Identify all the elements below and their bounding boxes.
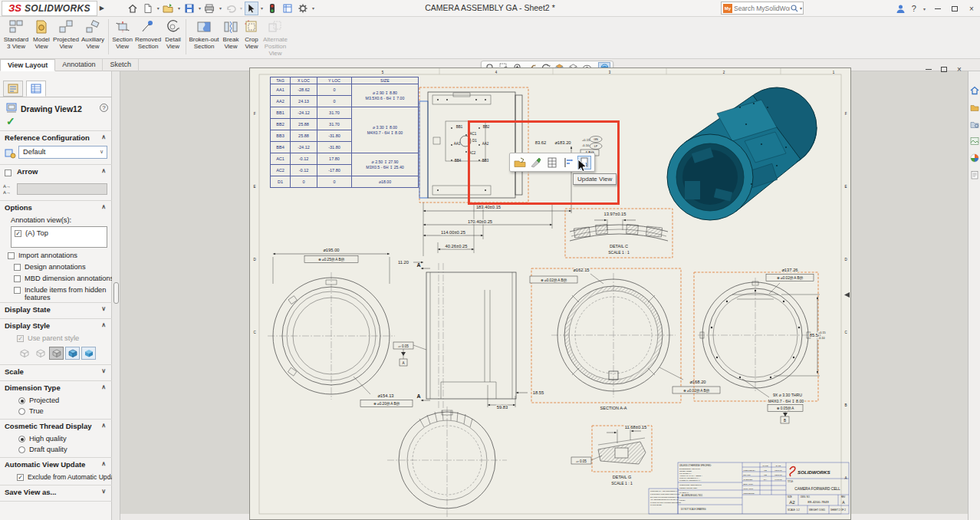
help-icon[interactable]: ? <box>912 4 916 13</box>
hidden-features-checkbox[interactable] <box>14 287 21 294</box>
view-item-checkbox[interactable]: ✓ <box>15 230 21 237</box>
open-sketch-icon[interactable] <box>513 156 527 169</box>
true-radio[interactable] <box>18 408 25 415</box>
tab-sketch[interactable]: Sketch <box>103 59 139 71</box>
doc-restore-button[interactable] <box>939 64 949 74</box>
exclude-auto-update-checkbox[interactable]: ✓ <box>17 474 24 481</box>
section-save-view-as[interactable]: Save View as... ∨ <box>0 488 112 500</box>
section-display-state[interactable]: Display State ∨ <box>0 305 112 318</box>
appearances-icon[interactable] <box>970 153 979 163</box>
section-cosmetic-thread[interactable]: Cosmetic Thread Display ∧ <box>0 422 112 434</box>
crop-view-button[interactable]: Crop View <box>242 17 261 50</box>
configuration-dropdown[interactable]: Default ∨ <box>18 146 107 159</box>
shaded-with-edges-button[interactable] <box>65 347 80 360</box>
chevron-down-icon[interactable]: ∨ <box>101 305 106 312</box>
broken-out-section-button[interactable]: Broken-out Section <box>188 17 220 50</box>
section-scale[interactable]: Scale ∨ <box>0 367 112 380</box>
section-arrow[interactable]: Arrow ∧ <box>0 167 112 179</box>
search-caret-icon[interactable]: ▾ <box>800 5 802 11</box>
search-input[interactable] <box>734 5 790 12</box>
auxiliary-view-button[interactable]: Auxiliary View <box>79 17 107 50</box>
chevron-up-icon[interactable]: ∧ <box>101 321 106 328</box>
restore-button[interactable] <box>949 4 960 13</box>
xpress-products-icon[interactable] <box>265 2 279 15</box>
projected-radio[interactable] <box>18 397 25 404</box>
chevron-up-icon[interactable]: ∧ <box>101 383 106 390</box>
ok-check-icon[interactable]: ✓ <box>6 115 15 127</box>
save-caret-icon[interactable]: ▾ <box>199 5 201 11</box>
shaded-button[interactable] <box>81 347 96 360</box>
section-reference-configuration[interactable]: Reference Configuration ∧ <box>0 133 112 146</box>
panel-splitter-grip[interactable] <box>113 282 119 304</box>
use-parent-style-checkbox[interactable]: ✓ <box>17 335 24 342</box>
open-caret-icon[interactable]: ▾ <box>178 5 180 11</box>
close-button[interactable]: × <box>966 4 977 13</box>
design-library-icon[interactable] <box>970 103 979 112</box>
options-caret-icon[interactable]: ▾ <box>312 5 314 11</box>
annotation-views-list[interactable]: ✓ (A) Top <box>11 226 107 248</box>
tab-annotation[interactable]: Annotation <box>55 59 103 71</box>
mbd-annotations-checkbox[interactable] <box>14 275 21 282</box>
chevron-up-icon[interactable]: ∧ <box>101 167 106 174</box>
save-button[interactable] <box>183 2 196 15</box>
arrow-checkbox[interactable] <box>5 169 12 176</box>
alignment-icon[interactable] <box>561 156 575 169</box>
sheet-properties-button[interactable] <box>281 2 294 15</box>
removed-section-button[interactable]: Removed Section <box>134 17 162 50</box>
custom-properties-icon[interactable] <box>970 170 979 179</box>
open-button[interactable] <box>162 2 176 15</box>
minimize-button[interactable] <box>932 4 943 13</box>
hidden-lines-visible-button[interactable] <box>33 347 48 360</box>
draft-quality-radio[interactable] <box>18 446 25 453</box>
print-caret-icon[interactable]: ▾ <box>219 5 222 11</box>
resources-home-icon[interactable] <box>970 86 979 95</box>
feature-manager-tab[interactable] <box>3 81 23 97</box>
hole-table[interactable]: TAG X LOC Y LOC SIZE AA1-28.620 ⌀ 2.90 ↧… <box>270 77 419 188</box>
chevron-up-icon[interactable]: ∧ <box>101 422 106 429</box>
appearance-brush-icon[interactable] <box>529 156 543 169</box>
tables-icon[interactable] <box>545 156 559 169</box>
logo-flyout-icon[interactable]: ▶ <box>100 5 104 12</box>
table-row[interactable]: D100 ⌀18.00 <box>271 176 419 188</box>
property-manager-tab[interactable] <box>26 81 46 97</box>
chevron-down-icon[interactable]: ∨ <box>101 367 106 374</box>
chevron-down-icon[interactable]: ∨ <box>101 488 106 495</box>
table-row[interactable]: BB1-24.1231.70 ⌀ 3.30 ↧ 8.00M4X0.7 - 6H … <box>271 107 419 119</box>
new-document-button[interactable] <box>141 2 155 15</box>
print-button[interactable] <box>203 2 217 15</box>
help-caret-icon[interactable]: ▾ <box>923 6 926 12</box>
tab-view-layout[interactable]: View Layout <box>0 59 55 71</box>
table-row[interactable]: AC1-0.1217.80 ⌀ 2.50 ↧ 27.90M3X0.5 - 6H … <box>271 153 419 165</box>
doc-close-button[interactable]: × <box>954 64 965 74</box>
chevron-up-icon[interactable]: ∧ <box>101 203 106 210</box>
select-caret-icon[interactable]: ▾ <box>261 5 263 11</box>
section-automatic-view-update[interactable]: Automatic View Update ∧ <box>0 460 112 472</box>
import-annotations-checkbox[interactable] <box>8 252 15 259</box>
arrow-label-field[interactable] <box>17 183 107 195</box>
view-palette-icon[interactable] <box>970 137 979 146</box>
home-button[interactable] <box>126 2 140 15</box>
options-gear-button[interactable] <box>296 2 310 15</box>
wireframe-style-button[interactable] <box>17 347 31 360</box>
standard-3-view-button[interactable]: Standard 3 View <box>2 17 30 50</box>
high-quality-radio[interactable] <box>18 436 25 443</box>
chevron-up-icon[interactable]: ∧ <box>101 133 106 140</box>
chevron-up-icon[interactable]: ∧ <box>101 460 106 467</box>
user-icon[interactable] <box>896 4 906 14</box>
search-icon[interactable] <box>790 4 799 13</box>
design-annotations-checkbox[interactable] <box>14 264 21 271</box>
search-box[interactable]: My ▾ <box>721 2 804 15</box>
undo-button[interactable] <box>224 2 238 15</box>
section-dimension-type[interactable]: Dimension Type ∧ <box>0 383 112 396</box>
projected-view-button[interactable]: Projected View <box>53 17 79 50</box>
file-explorer-icon[interactable] <box>970 120 979 129</box>
section-options[interactable]: Options ∧ <box>0 203 112 216</box>
hidden-lines-removed-button[interactable] <box>49 347 64 360</box>
break-view-button[interactable]: Break View <box>220 17 242 50</box>
model-view-button[interactable]: Model View <box>30 17 53 50</box>
table-row[interactable]: AA1-28.620 ⌀ 2.90 ↧ 8.80M3.5X0.6 - 6H ↧ … <box>271 84 419 96</box>
section-display-style[interactable]: Display Style ∧ <box>0 321 112 334</box>
select-tool-button[interactable] <box>245 2 258 15</box>
new-caret-icon[interactable]: ▾ <box>157 5 159 11</box>
doc-minimize-button[interactable] <box>923 64 934 74</box>
